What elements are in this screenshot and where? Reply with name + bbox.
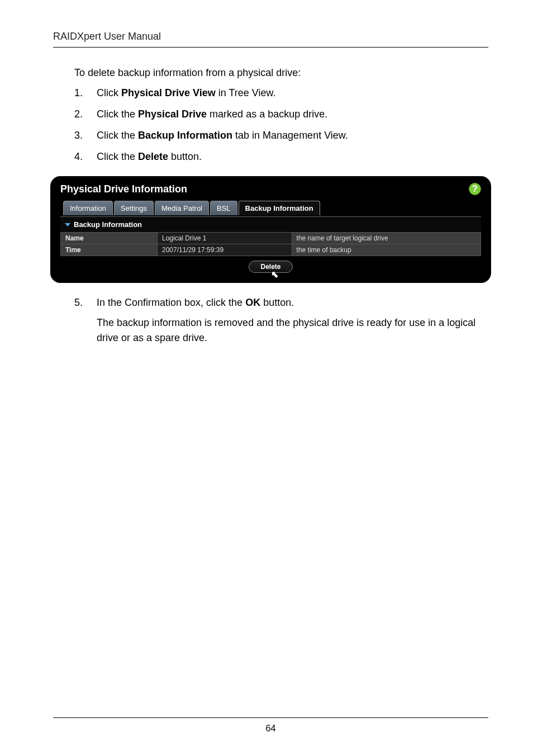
- backup-info-table: Name Logical Drive 1 the name of target …: [60, 232, 481, 256]
- page-number: 64: [53, 724, 488, 734]
- tab-media-patrol[interactable]: Media Patrol: [155, 201, 209, 215]
- text-fragment: In the Confirmation box, click the: [97, 297, 245, 308]
- step-number: 1.: [74, 87, 97, 99]
- text-fragment: button.: [260, 297, 294, 308]
- help-icon[interactable]: ?: [469, 183, 481, 195]
- delete-button[interactable]: Delete ⬉: [249, 261, 292, 273]
- bold-text: Physical Drive View: [121, 87, 216, 98]
- step-text: Click the Delete button.: [97, 149, 488, 164]
- step-text: In the Confirmation box, click the OK bu…: [97, 295, 488, 344]
- text-fragment: button.: [168, 151, 202, 162]
- step-text: Click Physical Drive View in Tree View.: [97, 86, 488, 100]
- step-2: 2. Click the Physical Drive marked as a …: [74, 107, 488, 121]
- text-fragment: Click: [97, 87, 121, 98]
- bold-text: Physical Drive: [138, 108, 207, 120]
- row-value: Logical Drive 1: [157, 233, 292, 244]
- step-3: 3. Click the Backup Information tab in M…: [74, 128, 488, 143]
- step-number: 2.: [74, 108, 97, 120]
- step5-line2: The backup information is removed and th…: [97, 315, 488, 344]
- text-fragment: Click the: [97, 151, 138, 162]
- step-text: Click the Physical Drive marked as a bac…: [97, 107, 488, 121]
- bold-text: OK: [245, 297, 260, 308]
- table-row: Name Logical Drive 1 the name of target …: [61, 233, 481, 244]
- tab-information[interactable]: Information: [63, 201, 113, 215]
- step-number: 5.: [74, 297, 97, 309]
- row-label: Time: [61, 244, 158, 256]
- row-value: 2007/11/29 17:59:39: [157, 244, 292, 256]
- step-4: 4. Click the Delete button.: [74, 149, 488, 164]
- row-desc: the time of backup: [292, 244, 480, 256]
- cursor-icon: ⬉: [271, 269, 278, 280]
- text-fragment: in Tree View.: [216, 87, 276, 98]
- section-label: Backup Information: [74, 220, 142, 229]
- chevron-down-icon: [65, 223, 70, 226]
- tab-settings[interactable]: Settings: [114, 201, 154, 215]
- text-fragment: marked as a backup drive.: [207, 108, 327, 120]
- step-number: 3.: [74, 130, 97, 141]
- delete-row: Delete ⬉: [60, 256, 481, 274]
- row-label: Name: [61, 233, 158, 244]
- tabs-row: Information Settings Media Patrol BSL Ba…: [61, 201, 481, 215]
- header-title: RAIDXpert User Manual: [53, 31, 488, 42]
- text-fragment: tab in Management View.: [232, 130, 348, 141]
- section-backup-information[interactable]: Backup Information: [60, 216, 481, 232]
- panel-title: Physical Drive Information: [60, 183, 187, 195]
- header-divider: [53, 47, 488, 48]
- table-row: Time 2007/11/29 17:59:39 the time of bac…: [61, 244, 481, 256]
- step-text: Click the Backup Information tab in Mana…: [97, 128, 488, 143]
- intro-text: To delete backup information from a phys…: [74, 67, 488, 79]
- bold-text: Delete: [138, 151, 168, 162]
- step-5: 5. In the Confirmation box, click the OK…: [74, 295, 488, 344]
- footer-divider: [53, 717, 488, 718]
- tab-backup-information[interactable]: Backup Information: [239, 201, 320, 215]
- row-desc: the name of target logical drive: [292, 233, 480, 244]
- bold-text: Backup Information: [138, 130, 232, 141]
- text-fragment: Click the: [97, 108, 138, 120]
- step-1: 1. Click Physical Drive View in Tree Vie…: [74, 86, 488, 100]
- tab-bsl[interactable]: BSL: [210, 201, 237, 215]
- text-fragment: Click the: [97, 130, 138, 141]
- panel-physical-drive-info: Physical Drive Information ? Information…: [50, 176, 491, 283]
- step-number: 4.: [74, 151, 97, 163]
